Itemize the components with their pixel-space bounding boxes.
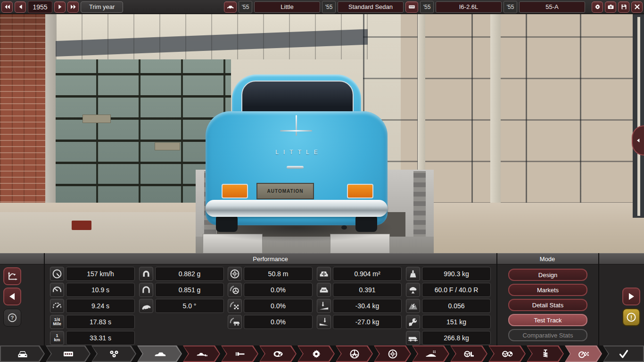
- drag-coefficient-icon: [317, 283, 331, 297]
- panel-separator: [44, 253, 45, 346]
- tab-summary[interactable]: [603, 346, 644, 362]
- brake-fade-sports-icon: [228, 299, 242, 313]
- brake-fade-utility-icon: [228, 315, 242, 329]
- frontal-area-stat: 0.904 m²: [317, 267, 402, 281]
- frontal-area-icon: [317, 267, 331, 281]
- pistons-icon: [91, 346, 136, 362]
- engine-block-icon: [46, 346, 91, 362]
- cornering-200m-stat: 0.851 g: [139, 283, 224, 297]
- tab-engine-variant[interactable]: [91, 346, 136, 362]
- step-forward-button[interactable]: [54, 1, 66, 13]
- tab-interior[interactable]: [450, 346, 487, 362]
- paint-brush-icon: [221, 346, 258, 362]
- tail-light-right: [347, 184, 373, 198]
- offroad-icon: [406, 299, 420, 313]
- accel-80-120-value: 9.24 s: [66, 299, 135, 313]
- car-body-icon: [137, 346, 182, 362]
- tab-suspension[interactable]: [527, 346, 564, 362]
- panel-header: Performance Mode: [0, 253, 644, 263]
- trunk-ornament: [280, 130, 312, 132]
- brake-fade-sports-stat: 0.0%: [228, 299, 313, 313]
- forward-button[interactable]: [622, 288, 640, 305]
- load-capacity-value: 151 kg: [422, 315, 491, 329]
- body-roll-stat: 5.0 °: [139, 299, 224, 313]
- brake-fade-utility-stat: 0.0%: [228, 315, 313, 329]
- drag-coefficient-stat: 0.391: [317, 283, 402, 297]
- tab-aerodynamics[interactable]: [412, 346, 449, 362]
- trim-year-badge: '55: [322, 1, 336, 13]
- panel-wall: [56, 14, 368, 59]
- car-3d-model[interactable]: LITTLE AUTOMATION: [206, 74, 388, 244]
- weight-stat: 990.3 kg: [406, 267, 491, 281]
- drag-coefficient-value: 0.391: [333, 283, 402, 297]
- engine-variant-button[interactable]: 55-A: [519, 1, 585, 13]
- fast-backward-button[interactable]: [1, 1, 13, 13]
- body-seats-icon: [183, 346, 220, 362]
- downforce-front-stat: -30.4 kg: [317, 299, 402, 313]
- tab-model[interactable]: [0, 346, 45, 362]
- body-roll-icon: [139, 299, 153, 313]
- header-right-cell: [598, 253, 644, 264]
- towing-capacity-stat: 266.8 kg: [406, 331, 491, 345]
- tab-drivetrain[interactable]: [297, 346, 335, 362]
- engine-year-badge: '55: [420, 1, 434, 13]
- performance-title: Performance: [44, 253, 496, 264]
- top-speed-gauge-stat: 157 km/h: [50, 267, 135, 281]
- fast-forward-button[interactable]: [67, 1, 79, 13]
- top-bar: 1955 Trim year '55 Little '55 Standard S…: [0, 0, 644, 14]
- close-button[interactable]: [631, 1, 643, 13]
- model-icon-button[interactable]: [224, 1, 237, 13]
- photo-mode-button[interactable]: [605, 1, 616, 13]
- accel-0-100-value: 10.9 s: [66, 283, 135, 297]
- shelf-box: [155, 142, 180, 150]
- settings-button[interactable]: [592, 1, 603, 13]
- tab-body-type[interactable]: [183, 346, 220, 362]
- engine-family-button[interactable]: I6-2.6L: [436, 1, 502, 13]
- help-button[interactable]: ?: [3, 309, 21, 327]
- load-capacity-icon: [406, 315, 420, 329]
- tab-fixtures[interactable]: [259, 346, 297, 362]
- weight-value: 990.3 kg: [422, 267, 491, 281]
- stat-column-2: 0.882 g0.851 g5.0 °: [139, 267, 224, 313]
- downforce-front-icon: [317, 299, 331, 313]
- model-name-button[interactable]: Little: [254, 1, 320, 13]
- detail-stats-mode-button[interactable]: Detail Stats: [508, 299, 587, 311]
- back-button[interactable]: [3, 288, 21, 305]
- save-button[interactable]: [618, 1, 629, 13]
- warning-button[interactable]: !: [622, 308, 640, 326]
- weight-distribution-stat: 60.0 F / 40.0 R: [406, 283, 491, 297]
- trim-name-button[interactable]: Standard Sedan: [338, 1, 404, 13]
- towing-capacity-icon: [406, 331, 420, 345]
- tab-test-track[interactable]: [565, 346, 602, 362]
- trim-year-button[interactable]: Trim year: [81, 1, 123, 13]
- wall-pillar: [45, 14, 57, 216]
- variant-year-badge: '55: [504, 1, 517, 13]
- brake-disc-icon: [374, 346, 411, 362]
- engine-icon-button[interactable]: [405, 1, 418, 13]
- brake-fade-icon: [228, 283, 242, 297]
- weight-distribution-icon: [406, 283, 420, 297]
- brake-fade-value: 0.0%: [244, 283, 313, 297]
- tab-driver-assists[interactable]: [488, 346, 526, 362]
- right-wall-strip: [637, 17, 640, 216]
- viewport-3d[interactable]: LITTLE AUTOMATION: [0, 14, 644, 253]
- test-track-mode-button[interactable]: Test Track: [508, 314, 587, 326]
- automation-game-window: 1955 Trim year '55 Little '55 Standard S…: [0, 0, 644, 362]
- tab-wheels[interactable]: [336, 346, 373, 362]
- step-backward-button[interactable]: [15, 1, 26, 13]
- design-mode-button[interactable]: Design: [508, 269, 587, 281]
- tab-brakes[interactable]: [374, 346, 411, 362]
- downforce-front-value: -30.4 kg: [333, 299, 402, 313]
- wheel-icon: [336, 346, 373, 362]
- accel-80-120-icon: [50, 299, 64, 313]
- tab-paint[interactable]: [221, 346, 258, 362]
- markets-mode-button[interactable]: Markets: [508, 284, 587, 296]
- tab-engine-family[interactable]: [46, 346, 91, 362]
- header-left-cell: [0, 253, 44, 264]
- brick-wall: [0, 14, 45, 214]
- graph-view-button[interactable]: [3, 267, 21, 285]
- brake-fade-stat: 0.0%: [228, 283, 313, 297]
- stat-column-1: 157 km/h10.9 s9.24 s1/4Mile17.83 s1km33.…: [50, 267, 135, 345]
- weight-distribution-value: 60.0 F / 40.0 R: [422, 283, 491, 297]
- tab-car-body[interactable]: [137, 346, 182, 362]
